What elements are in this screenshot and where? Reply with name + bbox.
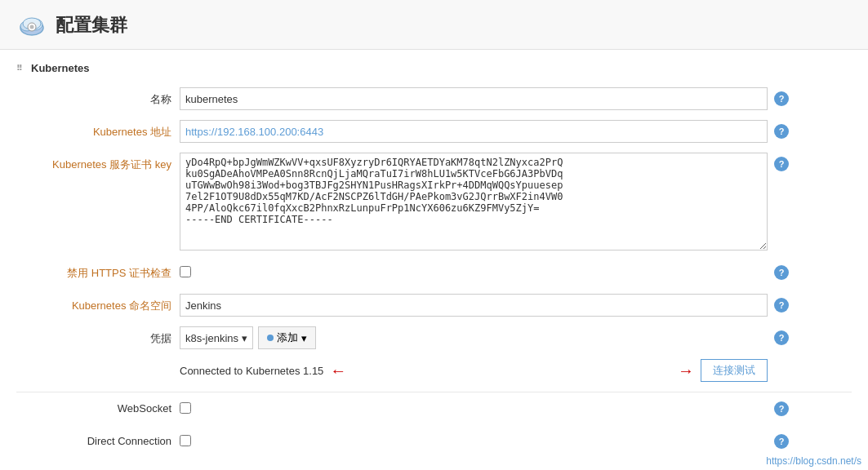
name-input[interactable] (180, 87, 768, 110)
websocket-help-icon[interactable]: ? (774, 401, 789, 416)
footer-url: https://blog.csdn.net/s (759, 452, 868, 470)
direct-connection-row: Direct Connection ? (16, 430, 852, 454)
k8s-address-help-icon[interactable]: ? (774, 124, 789, 139)
section-header: ⠿ Kubernetes (16, 62, 852, 78)
disable-https-label: 禁用 HTTPS 证书检查 (16, 261, 180, 281)
k8s-address-field (180, 120, 768, 143)
namespace-label: Kubernetes 命名空间 (16, 294, 180, 313)
namespace-input[interactable] (180, 294, 768, 317)
main-content: ⠿ Kubernetes 名称 ? Kubernetes 地址 ? Kubern… (0, 50, 868, 470)
namespace-help-icon[interactable]: ? (774, 298, 789, 313)
websocket-label: WebSocket (16, 397, 180, 415)
status-right: → 连接测试 (671, 359, 768, 382)
websocket-checkbox[interactable] (180, 402, 191, 414)
footer-url-text: https://blog.csdn.net/s (766, 455, 861, 467)
name-field (180, 87, 768, 110)
k8s-cert-field: yDo4RpQ+bpJgWmWZKwVV+qxsUF8XyzryDr6IQRYA… (180, 153, 768, 253)
k8s-cert-row: Kubernetes 服务证书 key yDo4RpQ+bpJgWmWZKwVV… (16, 153, 852, 253)
status-spacer (16, 359, 180, 364)
test-connection-button[interactable]: 连接测试 (701, 359, 768, 382)
credentials-value: k8s-jenkins (185, 332, 238, 344)
disable-https-help-icon[interactable]: ? (774, 265, 789, 280)
name-label: 名称 (16, 87, 180, 107)
status-test-row: Connected to Kubernetes 1.15 ← → 连接测试 (16, 359, 852, 384)
credentials-select-box[interactable]: k8s-jenkins ▾ (180, 326, 253, 349)
disable-https-row: 禁用 HTTPS 证书检查 ? (16, 261, 852, 286)
credentials-label: 凭据 (16, 326, 180, 346)
namespace-field (180, 294, 768, 317)
k8s-address-input[interactable] (180, 120, 768, 143)
credentials-field: k8s-jenkins ▾ 添加 ▾ (180, 326, 768, 349)
add-credentials-button[interactable]: 添加 ▾ (258, 326, 316, 349)
svg-point-5 (30, 25, 34, 29)
k8s-address-row: Kubernetes 地址 ? (16, 120, 852, 144)
add-label: 添加 (277, 330, 298, 345)
k8s-cert-label: Kubernetes 服务证书 key (16, 153, 180, 172)
k8s-address-label: Kubernetes 地址 (16, 120, 180, 140)
section-label: Kubernetes (31, 62, 90, 74)
section-dots-icon: ⠿ (16, 64, 26, 73)
connection-status: Connected to Kubernetes 1.15 (180, 365, 323, 377)
credentials-dropdown-icon: ▾ (242, 332, 247, 344)
status-arrow-icon: ← (330, 361, 346, 380)
name-help-icon[interactable]: ? (774, 91, 789, 106)
direct-connection-checkbox[interactable] (180, 435, 191, 446)
cloud-icon (16, 10, 47, 41)
direct-connection-help-icon[interactable]: ? (774, 434, 789, 449)
status-left: Connected to Kubernetes 1.15 ← (180, 361, 671, 380)
add-dropdown-icon: ▾ (301, 332, 307, 344)
credentials-row: 凭据 k8s-jenkins ▾ 添加 ▾ ? (16, 326, 852, 351)
page-title: 配置集群 (56, 13, 127, 38)
test-arrow-icon: → (678, 361, 694, 380)
websocket-field (180, 397, 768, 416)
page-header: 配置集群 (0, 0, 868, 50)
k8s-cert-textarea[interactable]: yDo4RpQ+bpJgWmWZKwVV+qxsUF8XyzryDr6IQRYA… (180, 153, 768, 251)
disable-https-checkbox[interactable] (180, 266, 191, 277)
namespace-row: Kubernetes 命名空间 ? (16, 294, 852, 318)
direct-connection-field (180, 430, 768, 449)
credentials-help-icon[interactable]: ? (774, 330, 789, 345)
k8s-cert-help-icon[interactable]: ? (774, 157, 789, 171)
name-row: 名称 ? (16, 87, 852, 112)
direct-connection-label: Direct Connection (16, 430, 180, 447)
add-dot-icon (267, 335, 274, 341)
websocket-row: WebSocket ? (16, 397, 852, 422)
divider (16, 392, 852, 392)
disable-https-field (180, 261, 768, 280)
status-test-field: Connected to Kubernetes 1.15 ← → 连接测试 (180, 359, 768, 382)
